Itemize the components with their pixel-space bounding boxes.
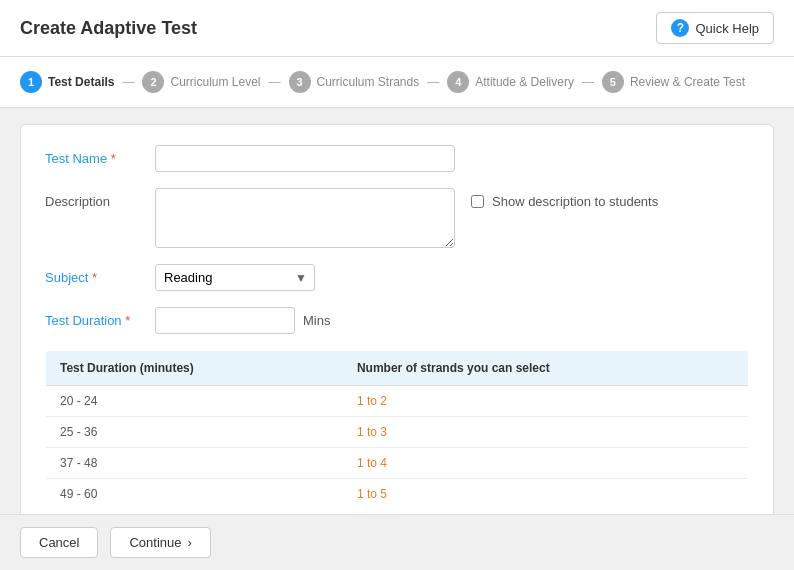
separator-4: — bbox=[582, 75, 594, 89]
step-3-label: Curriculum Strands bbox=[317, 75, 420, 89]
main-content: Test Name * Description Show description… bbox=[0, 108, 794, 514]
subject-row: Subject * Reading Mathematics Writing ▼ bbox=[45, 264, 749, 291]
subject-select[interactable]: Reading Mathematics Writing bbox=[155, 264, 315, 291]
separator-3: — bbox=[427, 75, 439, 89]
separator-1: — bbox=[122, 75, 134, 89]
test-duration-row: Test Duration * Mins bbox=[45, 307, 749, 334]
continue-arrow-icon: › bbox=[188, 535, 192, 550]
show-description-checkbox[interactable] bbox=[471, 195, 484, 208]
page-title: Create Adaptive Test bbox=[20, 18, 197, 39]
col2-header: Number of strands you can select bbox=[343, 351, 749, 386]
step-2-circle: 2 bbox=[142, 71, 164, 93]
strands-value: 1 to 5 bbox=[343, 479, 749, 510]
col1-header: Test Duration (minutes) bbox=[46, 351, 343, 386]
test-name-label: Test Name * bbox=[45, 145, 155, 166]
table-row: 49 - 601 to 5 bbox=[46, 479, 749, 510]
test-duration-input[interactable] bbox=[155, 307, 295, 334]
step-3-circle: 3 bbox=[289, 71, 311, 93]
form-card: Test Name * Description Show description… bbox=[20, 124, 774, 514]
step-1[interactable]: 1 Test Details bbox=[20, 71, 114, 93]
continue-button[interactable]: Continue › bbox=[110, 527, 210, 558]
table-row: 20 - 241 to 2 bbox=[46, 386, 749, 417]
step-4-circle: 4 bbox=[447, 71, 469, 93]
step-5-label: Review & Create Test bbox=[630, 75, 745, 89]
description-label: Description bbox=[45, 188, 155, 209]
description-row: Description Show description to students bbox=[45, 188, 749, 248]
duration-input-row: Mins bbox=[155, 307, 330, 334]
test-duration-label: Test Duration * bbox=[45, 307, 155, 328]
help-icon: ? bbox=[671, 19, 689, 37]
subject-select-wrapper: Reading Mathematics Writing ▼ bbox=[155, 264, 315, 291]
duration-range: 20 - 24 bbox=[46, 386, 343, 417]
step-2-label: Curriculum Level bbox=[170, 75, 260, 89]
step-5[interactable]: 5 Review & Create Test bbox=[602, 71, 745, 93]
table-row: 25 - 361 to 3 bbox=[46, 417, 749, 448]
duration-range: 49 - 60 bbox=[46, 479, 343, 510]
step-5-circle: 5 bbox=[602, 71, 624, 93]
step-4[interactable]: 4 Attitude & Delivery bbox=[447, 71, 574, 93]
bottom-bar: Cancel Continue › bbox=[0, 514, 794, 570]
test-name-input[interactable] bbox=[155, 145, 455, 172]
show-description-row: Show description to students bbox=[471, 188, 658, 209]
separator-2: — bbox=[269, 75, 281, 89]
step-3[interactable]: 3 Curriculum Strands bbox=[289, 71, 420, 93]
top-bar: Create Adaptive Test ? Quick Help bbox=[0, 0, 794, 57]
duration-table: Test Duration (minutes) Number of strand… bbox=[45, 350, 749, 510]
subject-label: Subject * bbox=[45, 264, 155, 285]
strands-value: 1 to 3 bbox=[343, 417, 749, 448]
step-1-label: Test Details bbox=[48, 75, 114, 89]
show-description-label: Show description to students bbox=[492, 194, 658, 209]
table-header-row: Test Duration (minutes) Number of strand… bbox=[46, 351, 749, 386]
step-2[interactable]: 2 Curriculum Level bbox=[142, 71, 260, 93]
duration-range: 25 - 36 bbox=[46, 417, 343, 448]
strands-value: 1 to 2 bbox=[343, 386, 749, 417]
step-1-circle: 1 bbox=[20, 71, 42, 93]
stepper-bar: 1 Test Details — 2 Curriculum Level — 3 … bbox=[0, 57, 794, 108]
duration-table-section: Test Duration (minutes) Number of strand… bbox=[45, 350, 749, 510]
table-row: 37 - 481 to 4 bbox=[46, 448, 749, 479]
strands-value: 1 to 4 bbox=[343, 448, 749, 479]
mins-label: Mins bbox=[303, 313, 330, 328]
test-name-row: Test Name * bbox=[45, 145, 749, 172]
step-4-label: Attitude & Delivery bbox=[475, 75, 574, 89]
quick-help-button[interactable]: ? Quick Help bbox=[656, 12, 774, 44]
description-input[interactable] bbox=[155, 188, 455, 248]
duration-range: 37 - 48 bbox=[46, 448, 343, 479]
cancel-button[interactable]: Cancel bbox=[20, 527, 98, 558]
quick-help-label: Quick Help bbox=[695, 21, 759, 36]
